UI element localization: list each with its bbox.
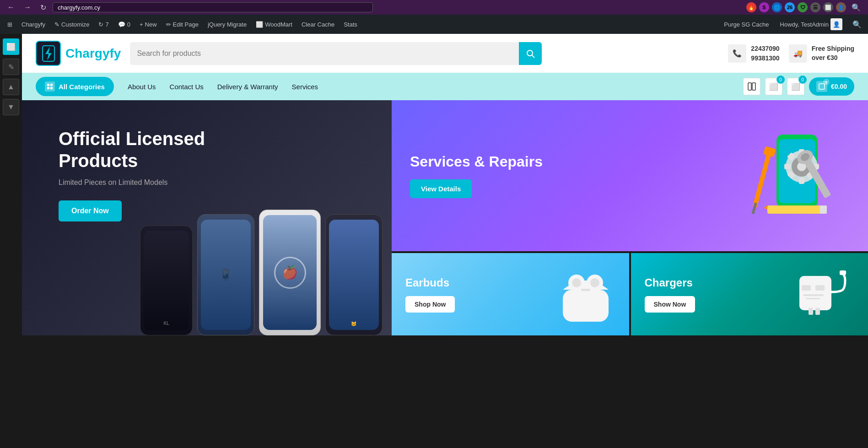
- cart-button[interactable]: 0 €0.00: [809, 77, 854, 96]
- phone-screen-dark: KL: [144, 231, 189, 331]
- categories-icon: [45, 81, 55, 92]
- hero-left-banner: Official Licensed Products Limited Piece…: [22, 100, 392, 335]
- sidebar-icon-1[interactable]: ⬜: [3, 38, 19, 55]
- phone-dark-case: KL: [140, 226, 193, 335]
- user-avatar[interactable]: 👤: [836, 2, 846, 12]
- svg-rect-17: [799, 178, 804, 184]
- wp-customize[interactable]: ✎ Customize: [51, 15, 93, 34]
- customize-label: Customize: [61, 21, 89, 28]
- forward-button[interactable]: →: [21, 2, 34, 12]
- wp-logo-item[interactable]: ⊞: [4, 15, 16, 34]
- svg-marker-31: [764, 205, 767, 210]
- logo-icon: [36, 41, 61, 66]
- phone-icon-box: 📞: [728, 44, 746, 63]
- svg-rect-29: [763, 146, 776, 157]
- magsafe-ring: 🍎: [274, 257, 306, 289]
- earbuds-banner: Earbuds Shop Now: [392, 253, 629, 335]
- wp-woodmart[interactable]: ⬜ WoodMart: [252, 15, 296, 34]
- svg-rect-27: [752, 149, 772, 208]
- chargers-content: Chargers Show Now: [645, 276, 782, 313]
- refresh-button[interactable]: ↻: [38, 2, 49, 13]
- shipping-label: Free Shipping: [812, 44, 854, 54]
- wp-stats[interactable]: Stats: [340, 15, 361, 34]
- shipping-area: 🚚 Free Shipping over €30: [789, 44, 854, 63]
- comments-icon: 💬: [118, 21, 125, 28]
- shipping-icon-box: 🚚: [789, 44, 807, 63]
- phone-screen-cat: 🐱: [329, 220, 378, 330]
- address-bar[interactable]: [53, 2, 373, 12]
- svg-rect-4: [47, 84, 49, 86]
- repair-tools-svg: [731, 125, 859, 226]
- wp-jquery-migrate[interactable]: jQuery Migrate: [204, 15, 250, 34]
- search-submit-button[interactable]: [519, 42, 542, 65]
- browser-chrome: ← → ↻ 🔥 S 🌐 26 🛡 ☰ ⬜ 👤 🔍: [0, 0, 868, 15]
- services-repairs-banner: Services & Repairs View Details: [392, 100, 868, 251]
- nav-delivery-warranty[interactable]: Delivery & Warranty: [217, 83, 278, 91]
- back-button[interactable]: ←: [5, 2, 17, 12]
- svg-point-2: [527, 50, 533, 56]
- wp-new[interactable]: + New: [136, 15, 161, 34]
- svg-rect-18: [784, 164, 791, 169]
- hero-phones: KL 📱 🍎: [140, 210, 383, 335]
- nav-about-us[interactable]: About Us: [128, 83, 156, 91]
- services-banner-title: Services & Repairs: [410, 153, 543, 170]
- charger-svg: [790, 267, 854, 322]
- wp-clear-cache[interactable]: Clear Cache: [298, 15, 338, 34]
- account-button[interactable]: ⬜ 0: [787, 78, 804, 95]
- admin-avatar: 👤: [830, 18, 842, 30]
- wishlist-button[interactable]: ⬜ 0: [765, 78, 782, 95]
- search-browser-button[interactable]: 🔍: [849, 2, 863, 13]
- earbuds-content: Earbuds Shop Now: [405, 276, 547, 313]
- sidebar-icon-4[interactable]: ▼: [3, 99, 19, 115]
- extension-icon-4[interactable]: 26: [785, 2, 795, 12]
- extension-icon-6[interactable]: ☰: [810, 2, 820, 12]
- wp-comments[interactable]: 💬 0: [114, 15, 134, 34]
- logo-text: Chargyfy: [65, 46, 121, 61]
- earbuds-shop-button[interactable]: Shop Now: [405, 296, 455, 313]
- wp-site-name[interactable]: Chargyfy: [18, 15, 49, 34]
- sidebar-icon-3[interactable]: ▲: [3, 79, 19, 95]
- compare-button[interactable]: [743, 78, 760, 95]
- extension-icon-1[interactable]: 🔥: [746, 2, 756, 12]
- sidebar-icon-1-symbol: ⬜: [6, 43, 16, 51]
- phone-4-cat-case: 🐱: [325, 214, 383, 335]
- shipping-text: Free Shipping over €30: [812, 44, 854, 62]
- logo-area[interactable]: Chargyfy: [36, 41, 121, 66]
- nav-services[interactable]: Services: [292, 83, 318, 91]
- phone-1-case: KL: [140, 226, 193, 335]
- woodmart-icon: ⬜: [256, 21, 263, 28]
- order-now-button[interactable]: Order Now: [59, 200, 122, 221]
- lightning-bolt-icon: [42, 45, 55, 62]
- nav-right: ⬜ 0 ⬜ 0 0 €0.00: [743, 77, 854, 96]
- phone-2-blue: 📱: [197, 214, 254, 335]
- wp-howdy[interactable]: Howdy, TestAdmin 👤: [776, 15, 846, 34]
- wp-purge-sg[interactable]: Purge SG Cache: [720, 15, 772, 34]
- chargers-shop-button[interactable]: Show Now: [645, 296, 695, 313]
- left-sidebar: ⬜ ✎ ▲ ▼: [0, 34, 22, 448]
- phone-blue-case: 📱: [197, 214, 254, 335]
- hero-section: Official Licensed Products Limited Piece…: [22, 100, 868, 335]
- svg-rect-32: [820, 205, 827, 214]
- view-details-button[interactable]: View Details: [410, 179, 472, 198]
- wishlist-icon: ⬜: [769, 82, 778, 91]
- nav-contact-us[interactable]: Contact Us: [170, 83, 204, 91]
- wp-updates[interactable]: ↻ 7: [95, 15, 112, 34]
- wishlist-badge: 0: [776, 76, 785, 84]
- new-icon: +: [140, 21, 143, 28]
- sidebar-icon-2[interactable]: ✎: [3, 59, 19, 75]
- phone-cat-case: 🐱: [325, 214, 383, 335]
- extension-icon-7[interactable]: ⬜: [823, 2, 833, 12]
- wp-edit-page[interactable]: ✏ Edit Page: [162, 15, 202, 34]
- search-wp-button[interactable]: 🔍: [850, 19, 864, 30]
- extension-icon-3[interactable]: 🌐: [772, 2, 782, 12]
- customize-icon: ✎: [54, 21, 59, 28]
- svg-rect-28: [751, 203, 757, 215]
- extension-icon-2[interactable]: S: [759, 2, 769, 12]
- all-categories-button[interactable]: All Categories: [36, 77, 114, 96]
- site-header: Chargyfy 📞 22437090 99381300: [22, 34, 868, 73]
- extension-icon-5[interactable]: 🛡: [798, 2, 808, 12]
- search-input[interactable]: [130, 49, 519, 58]
- svg-line-3: [532, 55, 534, 58]
- search-bar[interactable]: [130, 42, 542, 65]
- comments-count: 0: [127, 21, 130, 28]
